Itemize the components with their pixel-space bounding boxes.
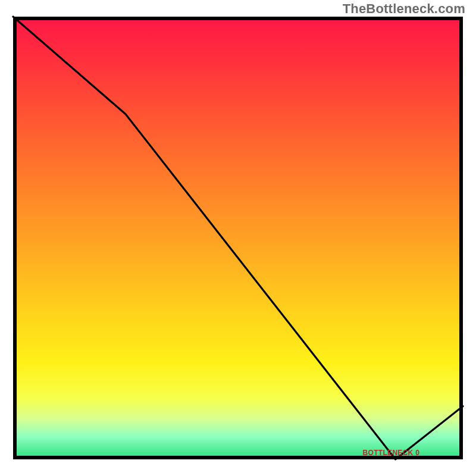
chart-container: BOTTLENECK 0: [0, 0, 476, 476]
chart-page: TheBottleneck.com BOTTLENECK 0: [0, 0, 476, 476]
bottleneck-zero-caption: BOTTLENECK 0: [363, 449, 420, 457]
chart-line: [13, 17, 463, 459]
chart-line-svg: [13, 17, 463, 459]
